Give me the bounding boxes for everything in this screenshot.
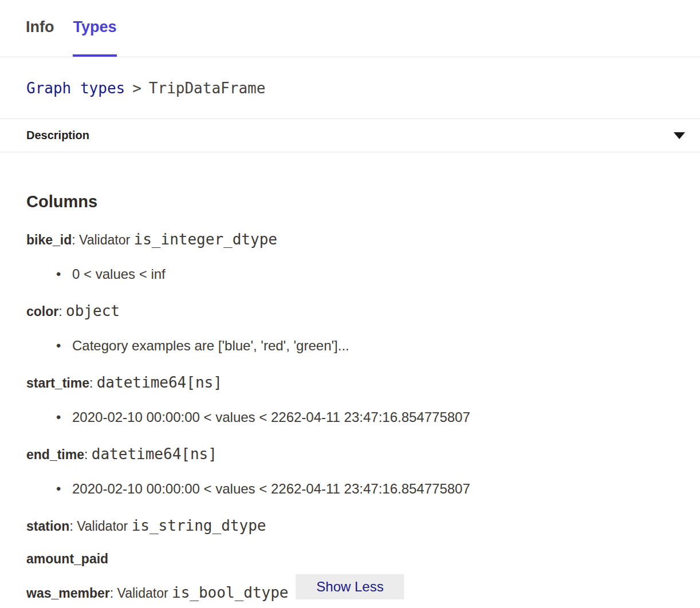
column-separator: : Validator <box>72 232 133 247</box>
column-constraint: 0 < values < inf <box>26 265 674 283</box>
column-name: amount_paid <box>26 551 108 566</box>
column-entry-amount_paid: amount_paid <box>26 550 674 568</box>
column-separator: : <box>89 376 97 390</box>
column-name: was_member <box>26 586 110 601</box>
column-entry-color: color: object <box>26 302 674 321</box>
column-separator: : Validator <box>69 519 131 534</box>
tab-bar: Info Types <box>0 0 700 57</box>
description-header[interactable]: Description <box>0 119 700 152</box>
breadcrumb-separator: > <box>132 80 141 97</box>
show-less-button[interactable]: Show Less <box>296 574 404 599</box>
column-separator: : Validator <box>110 586 172 601</box>
tab-info[interactable]: Info <box>26 0 54 57</box>
chevron-down-icon[interactable] <box>674 132 685 139</box>
description-label: Description <box>26 129 89 142</box>
types-panel: Info Types Graph types > TripDataFrame D… <box>0 0 700 608</box>
tab-types[interactable]: Types <box>73 0 116 57</box>
column-separator: : <box>58 304 66 319</box>
column-name: bike_id <box>26 232 72 247</box>
column-separator: : <box>84 447 92 462</box>
column-constraint: Category examples are ['blue', 'red', 'g… <box>26 337 674 354</box>
column-entry-bike_id: bike_id: Validator is_integer_dtype <box>26 231 674 249</box>
column-type-code: is_integer_dtype <box>134 231 277 248</box>
column-constraint: 2020-02-10 00:00:00 < values < 2262-04-1… <box>26 408 674 426</box>
column-type-code: datetime64[ns] <box>92 445 217 463</box>
column-name: start_time <box>26 376 89 390</box>
column-name: end_time <box>26 447 84 462</box>
columns-section: Columns bike_id: Validator is_integer_dt… <box>0 192 700 602</box>
column-entry-station: station: Validator is_string_dtype <box>26 517 674 535</box>
breadcrumb-current: TripDataFrame <box>149 80 266 97</box>
column-constraint: 2020-02-10 00:00:00 < values < 2262-04-1… <box>26 480 674 498</box>
column-name: color <box>26 304 58 319</box>
column-type-code: is_bool_dtype <box>172 584 289 601</box>
column-name: station <box>26 519 69 534</box>
breadcrumb: Graph types > TripDataFrame <box>0 57 700 119</box>
columns-list: bike_id: Validator is_integer_dtype0 < v… <box>26 231 674 602</box>
column-type-code: object <box>66 302 120 319</box>
breadcrumb-link-graph-types[interactable]: Graph types <box>26 80 125 97</box>
column-type-code: datetime64[ns] <box>97 374 222 391</box>
column-constraints: 2020-02-10 00:00:00 < values < 2262-04-1… <box>26 408 674 426</box>
columns-heading: Columns <box>26 192 674 211</box>
column-entry-end_time: end_time: datetime64[ns] <box>26 445 674 464</box>
column-entry-start_time: start_time: datetime64[ns] <box>26 374 674 392</box>
column-constraints: 2020-02-10 00:00:00 < values < 2262-04-1… <box>26 480 674 498</box>
column-constraints: 0 < values < inf <box>26 265 674 283</box>
column-constraints: Category examples are ['blue', 'red', 'g… <box>26 337 674 354</box>
column-type-code: is_string_dtype <box>132 517 266 534</box>
